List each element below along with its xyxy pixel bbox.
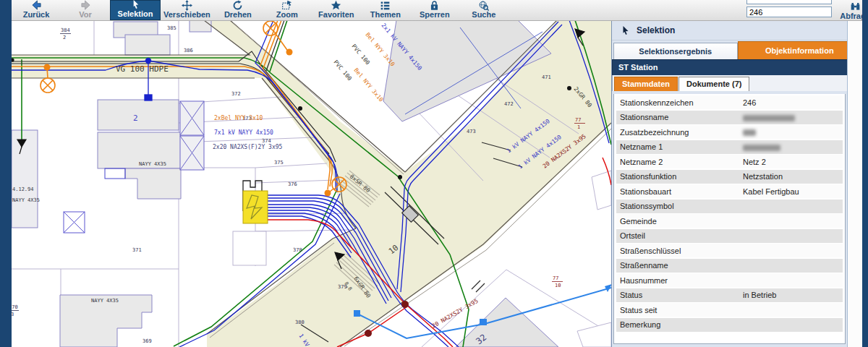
toolbar-button-label: Suche bbox=[472, 11, 495, 19]
sperren-button[interactable]: Sperren bbox=[410, 0, 459, 20]
window-edge-left bbox=[0, 0, 12, 347]
map-label: 471 bbox=[542, 74, 551, 80]
map-label: 380 bbox=[295, 320, 305, 325]
panel-title: Selektion bbox=[637, 25, 675, 35]
tab-selektionsergebnis[interactable]: Selektionsergebnis bbox=[613, 43, 738, 59]
field-label: Bemerkung bbox=[616, 320, 743, 329]
panel-tabs: Selektionsergebnis Objektinformation bbox=[612, 40, 863, 59]
field-value bbox=[743, 142, 843, 151]
field-row: Netzname 2Netz 2 bbox=[616, 155, 843, 168]
map-label: 375 bbox=[274, 160, 284, 166]
map-label: 2 bbox=[133, 113, 138, 123]
field-label: Hausnummer bbox=[616, 276, 743, 285]
field-row: Gemeinde bbox=[616, 214, 843, 228]
selektion-button[interactable]: Selektion bbox=[110, 0, 161, 20]
toolbar-button-label: Zoom bbox=[276, 11, 298, 19]
field-label: Straßenname bbox=[616, 261, 743, 270]
move-icon bbox=[182, 0, 192, 11]
field-row: Status seit bbox=[616, 303, 843, 317]
field-row: Bemerkung bbox=[616, 318, 843, 332]
map-label: 7x1 kV NAYY 4x150 bbox=[214, 129, 273, 136]
field-value: Netz 2 bbox=[743, 158, 843, 166]
field-label: Netzname 1 bbox=[616, 142, 743, 151]
field-label: Status seit bbox=[616, 306, 743, 314]
field-label: Zusatzbezeichnung bbox=[616, 128, 743, 137]
list-icon bbox=[380, 0, 391, 11]
field-value: Kabel Fertigbau bbox=[743, 187, 843, 196]
object-type-header: ST Station bbox=[612, 59, 863, 75]
back-button[interactable]: Zurück bbox=[12, 0, 61, 20]
toolbar-button-label: Vor bbox=[79, 11, 92, 19]
field-label: Straßenschlüssel bbox=[616, 247, 743, 255]
window-edge-right bbox=[862, 0, 868, 347]
favoriten-button[interactable]: Favoriten bbox=[312, 0, 361, 20]
map-label: 378 bbox=[293, 247, 302, 253]
telecom-joint bbox=[480, 319, 487, 325]
redacted-value bbox=[743, 129, 756, 136]
field-row: Ortsteil bbox=[616, 229, 843, 243]
tab-dokumente[interactable]: Dokumente (7) bbox=[678, 77, 749, 91]
field-value: Netzstation bbox=[743, 172, 843, 181]
map-label: 2 bbox=[63, 35, 66, 40]
toolbar-button-label: Themen bbox=[370, 11, 401, 19]
object-fields-table: Stationskennzeichen246StationsnameZusatz… bbox=[613, 94, 846, 344]
query-input[interactable] bbox=[746, 7, 832, 17]
redacted-value bbox=[743, 145, 780, 151]
cursor-icon bbox=[130, 0, 141, 10]
field-row: Netzname 1 bbox=[616, 140, 843, 154]
cursor-icon bbox=[621, 25, 631, 35]
toolbar-button-label: Sperren bbox=[420, 11, 450, 19]
themen-button[interactable]: Themen bbox=[361, 0, 410, 20]
forward-button[interactable]: Vor bbox=[61, 0, 110, 20]
map-label: 4.12.94 bbox=[12, 187, 34, 192]
toolbar-button-label: Selektion bbox=[118, 10, 153, 18]
map-label: 376 bbox=[288, 181, 297, 187]
field-label: Stationsname bbox=[616, 113, 743, 121]
toolbar-button-label: Favoriten bbox=[318, 11, 354, 19]
verschieben-button[interactable]: Verschieben bbox=[161, 0, 213, 20]
map-label: 77 bbox=[553, 275, 558, 281]
field-row: StationsfunktionNetzstation bbox=[616, 170, 843, 184]
map-label: NAYY 4X35 bbox=[91, 298, 119, 304]
back-arrow-icon bbox=[31, 0, 42, 11]
field-row: Straßenschlüssel bbox=[616, 244, 843, 257]
map-canvas[interactable]: VG 100 HDPE3842385386244.12.94NAYY 4X35N… bbox=[12, 20, 611, 347]
rotate-icon bbox=[232, 0, 243, 11]
field-row: Statusin Betrieb bbox=[616, 288, 843, 302]
map-label: 77 bbox=[575, 117, 581, 123]
panel-header: Selektion bbox=[612, 20, 863, 40]
cable-joint bbox=[401, 301, 409, 308]
map-label: 2xBel NYY 3x10 bbox=[214, 115, 263, 121]
field-label: Ortsteil bbox=[616, 231, 743, 240]
cable-joint bbox=[365, 330, 372, 337]
tab-stammdaten[interactable]: Stammdaten bbox=[614, 77, 678, 91]
selection-panel: Selektion Selektionsergebnis Objektinfor… bbox=[611, 20, 863, 347]
field-row: Hausnummer bbox=[616, 273, 843, 287]
map-label: 371 bbox=[132, 247, 142, 253]
zoom-button[interactable]: Zoom bbox=[263, 0, 312, 20]
map-svg: VG 100 HDPE3842385386244.12.94NAYY 4X35N… bbox=[12, 20, 611, 347]
map-label: 369 bbox=[142, 338, 152, 344]
forward-arrow-icon bbox=[80, 0, 91, 11]
map-label: 384 bbox=[61, 27, 70, 33]
field-label: Stationsfunktion bbox=[616, 172, 743, 181]
suche-button[interactable]: Suche bbox=[459, 0, 509, 20]
map-label: 3 bbox=[12, 312, 14, 317]
panel-scrollbar[interactable] bbox=[847, 20, 863, 347]
map-label: NAYY 4X35 bbox=[12, 197, 40, 203]
map-label: VG 100 HDPE bbox=[116, 64, 169, 74]
field-label: Gemeinde bbox=[616, 217, 743, 226]
star-icon bbox=[331, 0, 341, 11]
map-label: 370 bbox=[12, 304, 18, 310]
field-value bbox=[743, 113, 843, 121]
map-label: 10 bbox=[555, 283, 561, 288]
map-label: NAYY 4X35 bbox=[139, 161, 166, 167]
lock-icon bbox=[429, 0, 440, 11]
secondary-query-input-clipped[interactable] bbox=[746, 0, 832, 4]
toolbar-button-label: Verschieben bbox=[163, 11, 210, 19]
house-connection-terminal bbox=[145, 95, 152, 100]
drehen-button[interactable]: Drehen bbox=[213, 0, 263, 20]
tab-objektinformation[interactable]: Objektinformation bbox=[738, 41, 862, 59]
map-label: 1 bbox=[577, 124, 580, 130]
map-label: 473 bbox=[467, 129, 476, 134]
